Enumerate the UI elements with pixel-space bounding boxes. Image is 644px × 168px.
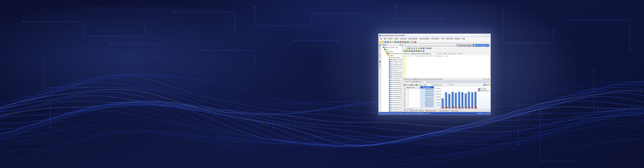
save-icon[interactable] <box>409 47 411 49</box>
view-tab-form[interactable]: Form <box>419 110 425 112</box>
tree-item[interactable]: +dbo.FactSalesQuota <box>381 110 403 112</box>
history-icon[interactable] <box>430 47 432 49</box>
menu-query-builder[interactable]: Query Builder <box>408 38 419 40</box>
document-tab-1[interactable]: Database Schema and Data Exporter [Datab… <box>404 44 456 47</box>
tree-scrollbar[interactable]: ▲▼ <box>401 46 403 112</box>
import-data-icon[interactable] <box>392 41 394 43</box>
execute-icon[interactable] <box>404 50 406 52</box>
scroll-down-icon[interactable]: ▼ <box>402 111 403 112</box>
maximize-button[interactable]: □ <box>484 34 487 37</box>
minimize-button[interactable]: – <box>481 34 484 37</box>
redo-icon[interactable] <box>423 47 425 49</box>
copy-results-icon[interactable] <box>409 84 411 86</box>
grid-mode-icon[interactable] <box>404 84 406 86</box>
execution-plan-icon <box>426 110 427 111</box>
menu-edit[interactable]: Edit <box>383 38 387 40</box>
chart-bar-annualrevenue <box>448 108 451 108</box>
register-server-icon[interactable] <box>379 41 381 43</box>
max-rows-icon[interactable] <box>420 50 422 52</box>
chart-type-icon[interactable] <box>483 84 485 86</box>
automate-icon[interactable] <box>407 41 409 43</box>
sql-code[interactable]: select * from DimReseller where YearOpen… <box>406 55 448 78</box>
view-tab-messages[interactable]: Messages <box>450 110 459 112</box>
view-tab-client-statistics[interactable]: Client Statistics <box>437 110 449 112</box>
help-icon[interactable] <box>415 41 417 43</box>
null-value: null <box>407 91 409 92</box>
page-prev-icon[interactable]: ◂ <box>449 84 450 85</box>
menu-dba-tools[interactable]: DBA Tools <box>445 38 454 40</box>
menu-window[interactable]: Window <box>454 38 461 40</box>
print-icon[interactable] <box>389 41 391 43</box>
menu-file[interactable]: File <box>379 38 383 40</box>
sql-editor[interactable]: 1 select * from DimReseller where YearOp… <box>403 55 491 78</box>
gear-icon[interactable] <box>400 44 401 46</box>
document-tab-3[interactable]: sqldev [Untitled]*× <box>473 44 489 47</box>
view-tab-pivot-grid[interactable]: Pivot Grid <box>410 110 419 112</box>
find-icon[interactable] <box>425 47 427 49</box>
visual-analytics-icon[interactable] <box>405 41 407 43</box>
stop-icon[interactable] <box>411 50 413 52</box>
view-tab-execution-plan[interactable]: Execution Plan <box>425 110 437 112</box>
open-file-icon[interactable] <box>382 41 384 43</box>
new-query-icon[interactable] <box>404 47 406 49</box>
menu-automate[interactable]: Automate <box>399 38 408 40</box>
cut-icon[interactable] <box>413 47 415 49</box>
commit-icon[interactable] <box>416 50 418 52</box>
sidebar-tab-files[interactable]: Files <box>379 54 381 59</box>
copy-icon[interactable] <box>416 47 418 49</box>
sidebar-tab-projects[interactable]: Projects <box>379 61 381 68</box>
menu-server[interactable]: Server <box>387 38 393 40</box>
parse-icon[interactable] <box>413 50 415 52</box>
editor-scrollbar[interactable] <box>489 55 491 78</box>
tree-item-label: dbo.FactCurrencyRate <box>391 100 403 101</box>
results-grid: AddressLine1AnnualSales8null800000.00009… <box>403 86 436 109</box>
null-value: null <box>407 93 409 94</box>
results-mode-icon[interactable] <box>423 50 425 52</box>
chart-y-combo[interactable]: AnnualRevenue ▼ <box>433 84 449 86</box>
format-sql-icon[interactable] <box>427 47 429 49</box>
edit-cell-icon[interactable] <box>411 84 413 86</box>
filter-results-icon[interactable] <box>413 84 415 86</box>
close-button[interactable]: × <box>487 34 490 37</box>
scroll-up-icon[interactable]: ▲ <box>402 46 403 47</box>
page-next-icon[interactable]: ▸ <box>454 84 454 85</box>
refresh-icon[interactable] <box>416 84 418 86</box>
close-icon[interactable]: × <box>471 45 472 47</box>
save-chart-icon[interactable] <box>488 84 490 86</box>
execute-explain-icon[interactable] <box>409 50 411 52</box>
print-icon[interactable] <box>411 47 413 49</box>
open-icon[interactable] <box>406 47 408 49</box>
sidebar-tab-servers[interactable]: Servers <box>379 44 381 51</box>
export-results-icon[interactable] <box>406 84 408 86</box>
title-bar[interactable]: Aqua Data Studio 19.0.6 [Untitled]* –□× <box>379 34 491 38</box>
results-tab[interactable]: select * from DimReseller w... <box>404 81 426 83</box>
database-combo[interactable]: AdventureWorksDW2008BigLng ▼ <box>411 52 437 55</box>
menu-bar: FileEditServerQueryAutomateQuery Builder… <box>379 37 491 40</box>
options-icon[interactable] <box>412 41 414 43</box>
grid-hscrollbar[interactable] <box>403 108 436 109</box>
menu-query[interactable]: Query <box>393 38 399 40</box>
view-tab-grid[interactable]: Grid <box>404 110 409 112</box>
page-indicator[interactable]: 19 <box>450 84 453 86</box>
pin-icon[interactable] <box>401 44 402 46</box>
menu-help[interactable]: Help <box>461 38 466 40</box>
chart-x-combo[interactable]: BusinessType ▼ <box>418 84 432 86</box>
export-data-icon[interactable] <box>394 41 396 43</box>
chart-settings-icon[interactable] <box>486 84 488 86</box>
menu-tools[interactable]: Tools <box>440 38 445 40</box>
close-icon[interactable]: × <box>487 45 488 47</box>
execute-edit-icon[interactable] <box>406 50 408 52</box>
menu-er-modeler[interactable]: ER Modeler <box>431 38 440 40</box>
undo-icon[interactable] <box>420 47 422 49</box>
menu-visual-analytics[interactable]: Visual Analytics <box>418 38 430 40</box>
er-modeler-icon[interactable] <box>402 41 404 43</box>
rollback-icon[interactable] <box>418 50 420 52</box>
save-all-icon[interactable] <box>387 41 389 43</box>
document-tab-2[interactable]: sqldev [ws-16.sql]× <box>456 44 473 47</box>
schema-browser-icon[interactable] <box>397 41 399 43</box>
paste-icon[interactable] <box>418 47 420 49</box>
query-analyzer-icon[interactable] <box>399 41 401 43</box>
grid-vscrollbar[interactable] <box>434 89 436 108</box>
tools-icon[interactable] <box>410 41 412 43</box>
save-icon[interactable] <box>384 41 386 43</box>
